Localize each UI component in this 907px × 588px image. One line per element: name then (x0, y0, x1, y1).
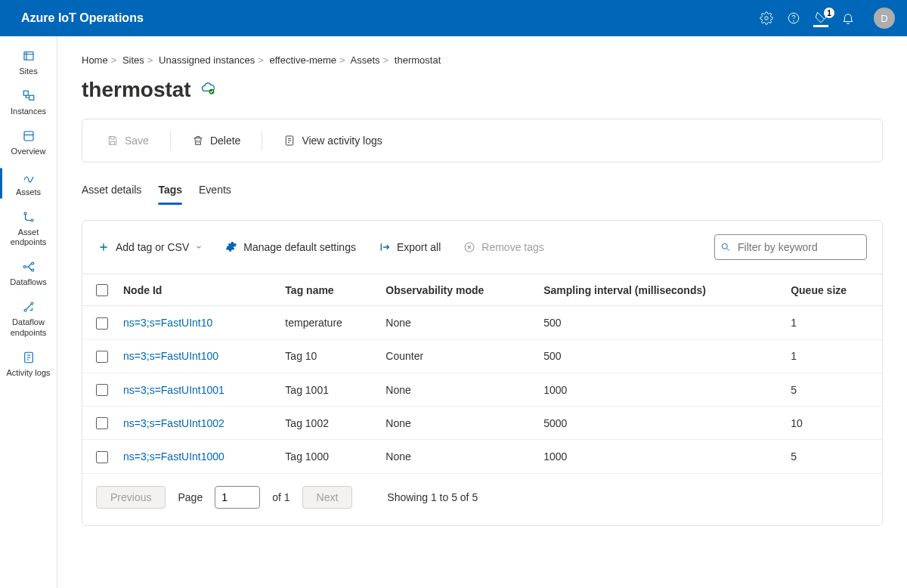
sidebar-item-dataflows[interactable]: Dataflows (0, 253, 57, 293)
svg-point-10 (31, 269, 33, 271)
manage-defaults-label: Manage default settings (243, 241, 356, 253)
cell-queue: 5 (783, 440, 882, 473)
export-label: Export all (397, 241, 441, 253)
notification-badge: 1 (824, 8, 834, 18)
breadcrumb-link[interactable]: Assets (351, 54, 380, 66)
svg-rect-4 (29, 95, 33, 100)
svg-point-2 (794, 20, 794, 21)
svg-point-7 (31, 219, 33, 221)
col-tag[interactable]: Tag name (277, 274, 378, 306)
col-queue[interactable]: Queue size (783, 274, 882, 306)
toolbar-divider (170, 131, 171, 150)
sidebar-label: Sites (19, 67, 37, 76)
save-button: Save (99, 130, 156, 151)
pagination: Previous Page of 1 Next Showing 1 to 5 o… (82, 474, 882, 525)
sidebar-item-sites[interactable]: Sites (0, 42, 57, 82)
settings-icon[interactable] (759, 11, 774, 26)
page-input[interactable] (215, 486, 260, 509)
node-link[interactable]: ns=3;s=FastUInt10 (123, 317, 212, 329)
breadcrumb-current: thermostat (395, 54, 441, 66)
row-checkbox[interactable] (96, 417, 108, 429)
breadcrumb-link[interactable]: effective-meme (269, 54, 336, 66)
col-node[interactable]: Node Id (116, 274, 277, 306)
remove-label: Remove tags (481, 241, 543, 253)
svg-point-0 (765, 17, 769, 20)
main-content: Home> Sites> Unassigned instances> effec… (57, 36, 907, 588)
cell-interval: 1000 (536, 440, 783, 473)
instances-icon (21, 88, 36, 104)
row-checkbox[interactable] (96, 351, 108, 363)
toolbar-divider (262, 131, 262, 150)
delete-button[interactable]: Delete (184, 130, 248, 151)
pager-showing: Showing 1 to 5 of 5 (387, 491, 478, 503)
cell-interval: 5000 (536, 407, 783, 440)
sites-icon (21, 48, 36, 63)
svg-point-9 (31, 262, 33, 265)
svg-point-12 (31, 302, 33, 305)
col-interval[interactable]: Sampling interval (milliseconds) (536, 274, 783, 306)
brand-title: Azure IoT Operations (21, 11, 144, 25)
add-tag-label: Add tag or CSV (116, 241, 189, 253)
cell-interval: 500 (536, 306, 783, 339)
filter-input[interactable] (714, 234, 867, 260)
tab-tags[interactable]: Tags (158, 178, 182, 205)
sidebar-item-asset-endpoints[interactable]: Asset endpoints (0, 203, 57, 253)
activity-logs-icon (21, 350, 36, 365)
dataflow-endpoints-icon (21, 299, 36, 314)
activity-label: View activity logs (302, 135, 382, 147)
breadcrumb-link[interactable]: Sites (122, 54, 144, 66)
sidebar-item-overview[interactable]: Overview (0, 122, 57, 162)
tab-events[interactable]: Events (199, 178, 231, 205)
node-link[interactable]: ns=3;s=FastUInt1002 (123, 417, 224, 429)
sidebar-label: Asset endpoints (3, 227, 54, 247)
page-title: thermostat (82, 78, 191, 102)
filter-wrap (714, 234, 867, 260)
row-checkbox[interactable] (96, 451, 108, 463)
help-icon[interactable] (786, 11, 801, 26)
svg-point-17 (722, 243, 727, 249)
avatar[interactable]: D (874, 8, 895, 29)
activity-logs-button[interactable]: View activity logs (276, 130, 389, 151)
node-link[interactable]: ns=3;s=FastUInt100 (123, 350, 218, 362)
breadcrumb-link[interactable]: Unassigned instances (159, 54, 255, 66)
cell-obs: None (378, 440, 536, 473)
save-label: Save (125, 135, 149, 147)
cell-queue: 1 (783, 306, 882, 339)
asset-endpoints-icon (21, 209, 36, 224)
row-checkbox[interactable] (96, 384, 108, 396)
sidebar-item-dataflow-endpoints[interactable]: Dataflow endpoints (0, 293, 57, 343)
sidebar-item-assets[interactable]: Assets (0, 163, 57, 203)
cloud-sync-icon (200, 81, 215, 99)
node-link[interactable]: ns=3;s=FastUInt1001 (123, 384, 224, 396)
svg-rect-3 (23, 91, 28, 95)
table-row: ns=3;s=FastUInt1000 Tag 1000 None 1000 5 (82, 440, 882, 473)
header-actions: 1 D (759, 8, 895, 29)
toolbar-card: Save Delete View activity logs (82, 119, 883, 162)
previous-button: Previous (96, 486, 166, 509)
sidebar-item-activity-logs[interactable]: Activity logs (0, 344, 57, 384)
toolbar: Save Delete View activity logs (82, 119, 882, 162)
manage-defaults-button[interactable]: Manage default settings (225, 241, 356, 253)
col-obs[interactable]: Observability mode (378, 274, 536, 306)
app-header: Azure IoT Operations 1 D (0, 0, 907, 36)
tags-card: Add tag or CSV Manage default settings E… (82, 220, 883, 526)
select-all-checkbox[interactable] (96, 284, 108, 296)
export-all-button[interactable]: Export all (379, 241, 441, 253)
remove-tags-button: Remove tags (463, 241, 543, 253)
overview-icon (21, 128, 36, 144)
node-link[interactable]: ns=3;s=FastUInt1000 (123, 450, 224, 463)
feedback-icon[interactable]: 1 (813, 12, 828, 27)
tab-asset-details[interactable]: Asset details (82, 178, 141, 205)
sidebar-item-instances[interactable]: Instances (0, 82, 57, 122)
cell-interval: 1000 (536, 373, 783, 406)
row-checkbox[interactable] (96, 317, 108, 330)
bell-icon[interactable] (840, 11, 856, 26)
assets-icon (21, 169, 36, 184)
cell-tag: Tag 1001 (277, 373, 378, 406)
cell-obs: None (378, 373, 536, 406)
add-tag-button[interactable]: Add tag or CSV (98, 241, 203, 253)
breadcrumb-link[interactable]: Home (82, 54, 108, 66)
svg-point-11 (24, 309, 26, 311)
cell-interval: 500 (536, 339, 783, 373)
next-button: Next (302, 486, 353, 509)
